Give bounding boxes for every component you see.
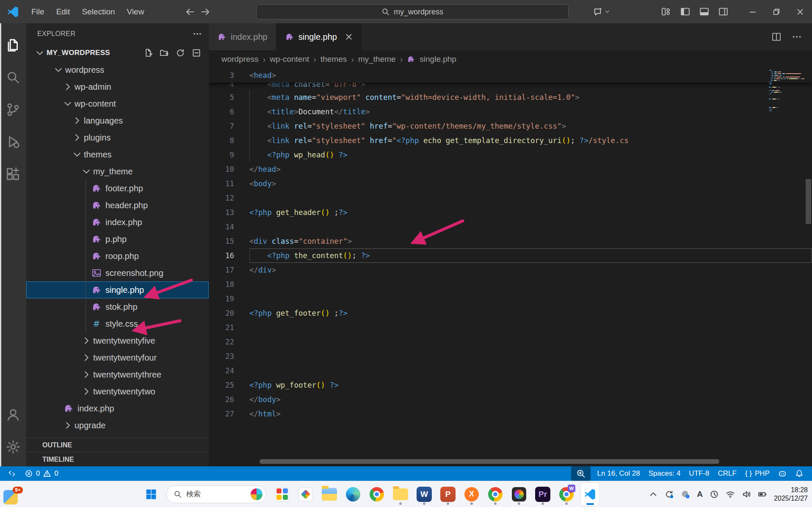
tree-item-plugins[interactable]: plugins [26,129,209,146]
code-line-16[interactable]: 16 <?php the_content(); ?> [209,248,812,263]
breadcrumb-item[interactable]: single.php [420,55,456,64]
language-mode[interactable]: { }PHP [741,466,774,481]
tree-item-my_theme[interactable]: my_theme [26,163,209,180]
code-editor[interactable]: 3<head>4 <meta charset="UTF-8">5 <meta n… [209,68,812,466]
taskbar-app-photos[interactable] [296,482,315,506]
tree-item-wp-admin[interactable]: wp-admin [26,78,209,95]
tree-item-index-php[interactable]: index.php [26,400,209,417]
tree-item-wordpress[interactable]: wordpress [26,61,209,78]
tree-item-index-php[interactable]: index.php [26,214,209,231]
editor-more-actions-icon[interactable] [792,32,802,42]
code-line-14[interactable]: 14 [209,220,812,234]
code-line-18[interactable]: 18 [209,277,812,292]
taskbar-app-ime-pad[interactable] [272,482,292,506]
taskbar-app-xampp[interactable]: X [462,482,481,506]
menu-edit[interactable]: Edit [50,4,76,19]
minimize-button[interactable] [741,0,765,23]
menu-view[interactable]: View [121,4,150,19]
menu-selection[interactable]: Selection [76,4,121,19]
horizontal-scrollbar[interactable] [260,459,719,464]
code-line-7[interactable]: 7 <link rel="stylesheet" href="wp-conten… [209,119,812,133]
wifi-icon[interactable] [726,490,735,499]
indentation[interactable]: Spaces: 4 [644,466,685,481]
taskbar-app-powerpoint[interactable]: P [438,482,458,506]
problems-indicator[interactable]: 0 0 [20,466,63,481]
code-line-27[interactable]: 27</html> [209,407,812,421]
remote-indicator[interactable] [3,466,20,481]
battery-icon[interactable] [758,490,767,499]
tray-chevron-up-icon[interactable] [649,490,658,499]
toggle-panel-icon[interactable] [699,7,709,17]
code-line-5[interactable]: 5 <meta name="viewport" content="width=d… [209,90,812,105]
tray-clock-icon[interactable] [710,490,719,499]
forward-icon[interactable] [200,6,211,17]
tree-item-languages[interactable]: languages [26,112,209,129]
toggle-sidebar-icon[interactable] [680,7,690,17]
widgets-button[interactable]: 9+ [3,487,21,504]
toggle-secondary-sidebar-icon[interactable] [718,7,728,17]
activity-account[interactable] [0,399,26,431]
tree-item-single-php[interactable]: single.php [26,281,209,298]
breadcrumb-item[interactable]: themes [320,55,347,64]
taskbar-app-edge[interactable] [343,482,363,506]
taskbar-app-chrome[interactable] [367,482,387,506]
code-line-19[interactable]: 19 [209,292,812,306]
code-line-20[interactable]: 20<?php get_footer() ;?> [209,306,812,320]
tree-item-twentytwentyfour[interactable]: twentytwentyfour [26,349,209,366]
eol-sequence[interactable]: CRLF [714,466,741,481]
code-line-11[interactable]: 11<body> [209,176,812,191]
copilot-status[interactable] [774,466,791,481]
code-line-15[interactable]: 15<div class="container"> [209,234,812,248]
tree-item-twentytwentyfive[interactable]: twentytwentyfive [26,332,209,349]
tree-item-roop-php[interactable]: roop.php [26,248,209,265]
activity-run-debug[interactable] [0,126,26,158]
new-folder-icon[interactable] [160,48,169,58]
code-line-26[interactable]: 26</body> [209,392,812,407]
tree-root[interactable]: MY_WORDPRESS [26,44,209,61]
restore-button[interactable] [765,0,788,23]
taskbar-app-file-explorer[interactable] [320,482,339,506]
code-line-17[interactable]: 17</div> [209,263,812,277]
taskbar-app-chrome-2[interactable] [486,482,505,506]
activity-extensions[interactable] [0,158,26,190]
code-line-10[interactable]: 10</head> [209,162,812,176]
tree-item-header-php[interactable]: header.php [26,197,209,214]
tree-item-wp-content[interactable]: wp-content [26,95,209,112]
breadcrumb-item[interactable]: wordpress [221,55,259,64]
taskbar-app-word[interactable]: W [414,482,434,506]
vertical-scrollbar[interactable] [806,179,811,224]
menu-more-icon[interactable] [150,6,161,17]
taskbar-search[interactable]: 検索 [166,485,266,503]
tree-item-twentytwentytwo[interactable]: twentytwentytwo [26,383,209,400]
tree-item-p-php[interactable]: p.php [26,231,209,248]
code-line-9[interactable]: 9 <?php wp_head() ?> [209,148,812,162]
clock[interactable]: 18:28 2025/12/27 [774,486,808,503]
volume-icon[interactable] [742,490,751,499]
cursor-position[interactable]: Ln 16, Col 28 [593,466,644,481]
info-sphere-icon[interactable]: i [681,490,690,499]
customize-layout-icon[interactable] [661,7,671,17]
close-button[interactable] [788,0,812,23]
code-line-3[interactable]: 3<head> [209,68,812,83]
activity-search[interactable] [0,61,26,94]
encoding[interactable]: UTF-8 [685,466,713,481]
code-line-23[interactable]: 23 [209,349,812,364]
tab-index-php[interactable]: index.php [209,23,276,50]
code-line-6[interactable]: 6 <title>Document</title> [209,105,812,119]
tree-item-upgrade[interactable]: upgrade [26,417,209,434]
breadcrumb-item[interactable]: wp-content [270,55,309,64]
copilot-chat-button[interactable] [593,7,610,17]
tree-item-twentytwentythree[interactable]: twentytwentythree [26,366,209,383]
tree-item-stok-php[interactable]: stok.php [26,298,209,315]
code-line-8[interactable]: 8 <link rel="stylesheet" href="<?php ech… [209,133,812,148]
code-line-12[interactable]: 12 [209,191,812,205]
code-line-24[interactable]: 24 [209,364,812,378]
ime-mode-indicator[interactable]: A [697,490,703,499]
close-tab-icon[interactable] [345,33,353,41]
code-line-21[interactable]: 21 [209,320,812,335]
new-file-icon[interactable] [144,48,153,58]
tree-item-style-css[interactable]: #style.css [26,315,209,332]
activity-settings[interactable] [0,431,26,463]
code-line-25[interactable]: 25<?php wp_footer() ?> [209,378,812,392]
tree-item-footer-php[interactable]: footer.php [26,180,209,197]
